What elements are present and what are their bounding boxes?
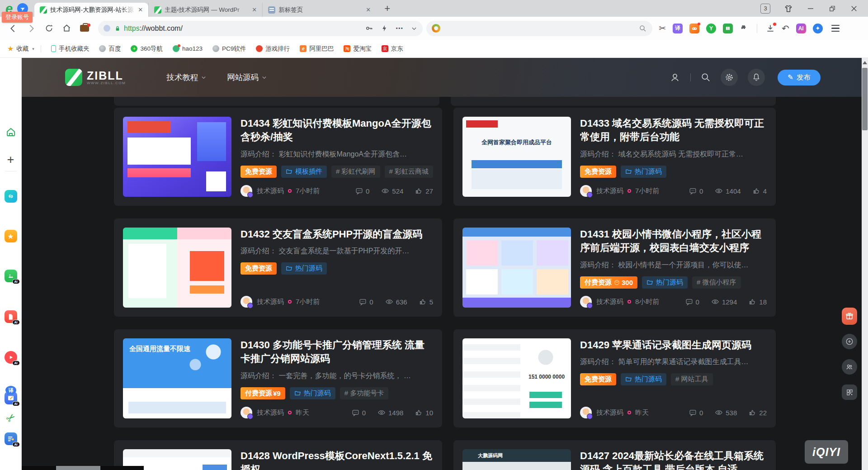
price-badge[interactable]: 免费资源 (241, 166, 277, 178)
quick-action-bolt-icon[interactable] (381, 24, 388, 32)
bookmark-item[interactable]: 手机收藏夹 (51, 45, 90, 53)
search-icon[interactable] (639, 24, 647, 33)
nav-item[interactable]: 技术教程 (166, 72, 206, 83)
category-badge[interactable]: 热门源码 (642, 276, 688, 289)
menu-icon[interactable] (831, 25, 840, 32)
post-title[interactable]: D1429 苹果通话记录截图生成网页源码 (580, 338, 767, 352)
site-search-icon[interactable] (701, 72, 711, 82)
likes-stat[interactable]: 10 (415, 409, 433, 417)
hashtag-badge[interactable]: # 彩虹云商城 (385, 166, 434, 178)
hashtag-badge[interactable]: # 多功能号卡 (340, 387, 389, 399)
downloads-icon[interactable] (766, 24, 775, 33)
bookmark-item[interactable]: 京 京东 (382, 45, 403, 53)
tab-close-icon[interactable]: ✕ (250, 6, 259, 13)
bookmark-item[interactable]: 游戏排行 (256, 45, 290, 53)
workspace-icon[interactable] (80, 25, 89, 32)
user-login-icon[interactable] (670, 72, 680, 83)
post-card[interactable]: D1432 交友盲盒系统PHP开源的盲盒源码 源码介绍： 交友盲盒系统是一款基于… (114, 218, 442, 317)
nav-item[interactable]: 网站源码 (227, 72, 267, 83)
category-badge[interactable]: 热门源码 (621, 373, 666, 385)
post-thumbnail[interactable]: 大鹏源码网 (462, 449, 571, 470)
author-name[interactable]: 技术源码 (596, 408, 623, 417)
hashtag-badge[interactable]: # 彩虹代刷网 (331, 166, 380, 178)
translate-bubble-icon[interactable]: 译 (5, 385, 17, 397)
password-key-icon[interactable] (365, 24, 373, 33)
author-avatar[interactable] (580, 296, 592, 308)
url-text[interactable]: https://wobbt.com/ (124, 24, 183, 33)
author-avatar[interactable] (241, 185, 252, 197)
price-badge[interactable]: 付费资源 ¥9 (241, 387, 285, 399)
browser-assistant-icon[interactable]: ✦ (813, 24, 823, 33)
category-badge[interactable]: 热门源码 (281, 262, 327, 275)
author-name[interactable]: 技术源码 (257, 187, 284, 195)
ai-image-icon[interactable]: AI (5, 270, 17, 282)
post-card[interactable]: 151 0000 0000 D1429 苹果通话记录截图生成网页源码 源码介绍：… (453, 329, 776, 427)
author-avatar[interactable] (580, 185, 592, 197)
undo-restore-icon[interactable]: ↶ (782, 24, 789, 33)
ai-video-icon[interactable]: AI (5, 351, 17, 364)
tab-close-icon[interactable]: ✕ (364, 6, 373, 13)
scrollbar-thumb[interactable] (862, 68, 868, 130)
category-badge[interactable]: 模板插件 (281, 166, 327, 178)
bookmarks-dropdown-caret[interactable]: ▾ (32, 47, 34, 51)
post-thumbnail[interactable] (123, 228, 231, 308)
post-thumbnail[interactable] (462, 228, 571, 308)
hashtag-badge[interactable]: # 网站工具 (671, 373, 713, 385)
home-button[interactable] (62, 24, 71, 33)
tab-count-badge[interactable]: 3 (760, 4, 770, 14)
site-logo[interactable]: ZIBLL WWW.ZIBLL.COM (65, 69, 126, 86)
author-avatar[interactable] (241, 407, 252, 418)
minimize-button[interactable] (807, 5, 815, 13)
likes-stat[interactable]: 4 (753, 187, 767, 195)
hashtag-badge[interactable]: # 微信小程序 (692, 276, 741, 289)
price-badge[interactable]: 免费资源 (580, 166, 616, 178)
bookmark-item[interactable]: PC9软件 (212, 45, 246, 53)
price-badge[interactable]: 免费资源 (580, 373, 616, 385)
reading-mode-icon[interactable] (723, 24, 733, 33)
browser-tab[interactable]: 主题‹技术源码网 — WordPr ✕ (148, 3, 262, 17)
author-name[interactable]: 技术源码 (596, 187, 623, 195)
post-card[interactable]: D1431 校园小情书微信小程序，社区小程序前后端开源，校园表白墙交友小程序 源… (453, 218, 776, 317)
home-icon[interactable] (5, 127, 16, 138)
search-box[interactable] (426, 21, 652, 36)
ai-writer-icon[interactable]: AI (5, 432, 17, 445)
more-actions-icon[interactable]: ⋯ (396, 24, 404, 33)
bookmark-item[interactable]: 淘 爱淘宝 (344, 45, 372, 53)
new-tab-button[interactable]: + (382, 2, 393, 15)
post-thumbnail[interactable]: 全国通用流量不限速 (123, 338, 231, 418)
post-thumbnail[interactable] (123, 117, 231, 197)
likes-stat[interactable]: 5 (419, 298, 433, 306)
bookmark-item[interactable]: hao123 (173, 45, 203, 52)
price-badge[interactable]: 付费资源300 (580, 276, 637, 289)
publish-button[interactable]: ✎ 发布 (778, 70, 821, 85)
restore-button[interactable] (828, 5, 836, 13)
author-name[interactable]: 技术源码 (596, 298, 623, 306)
bookmark-item[interactable]: e 阿里巴巴 (300, 45, 334, 53)
close-button[interactable] (850, 5, 858, 13)
post-card[interactable]: D1434 彩虹知识付费模板MangoA全开源包含秒杀/抽奖 源码介绍： 彩虹知… (114, 108, 442, 206)
translate-extension-icon[interactable]: 译 (673, 24, 683, 33)
post-card[interactable]: NEXT CorePress D1428 WordPress模板CoreNext… (114, 440, 442, 470)
post-title[interactable]: D1434 彩虹知识付费模板MangoA全开源包含秒杀/抽奖 (241, 117, 433, 144)
likes-stat[interactable]: 27 (415, 187, 433, 195)
game-center-icon[interactable] (689, 24, 699, 33)
add-float-button[interactable] (842, 334, 857, 349)
ai-assistant-icon[interactable]: AI (796, 24, 806, 33)
forward-button[interactable] (26, 24, 36, 33)
category-badge[interactable]: 热门源码 (290, 387, 335, 399)
author-avatar[interactable] (241, 296, 252, 308)
likes-stat[interactable]: 22 (749, 409, 767, 417)
author-avatar[interactable] (580, 407, 592, 418)
dropdown-chevron-icon[interactable] (411, 25, 417, 32)
login-account-tooltip[interactable]: 登录账号 (2, 12, 33, 23)
post-title[interactable]: D1432 交友盲盒系统PHP开源的盲盒源码 (241, 228, 433, 241)
community-float-button[interactable] (842, 359, 857, 375)
ai-pdf-icon[interactable]: AI (5, 310, 17, 323)
theme-skin-icon[interactable] (784, 4, 793, 13)
post-thumbnail[interactable]: 全网首家聚合即用成品平台 (462, 117, 571, 197)
post-title[interactable]: D1431 校园小情书微信小程序，社区小程序前后端开源，校园表白墙交友小程序 (580, 228, 767, 255)
scroll-up-arrow[interactable] (863, 61, 867, 64)
extensions-puzzle-icon[interactable] (740, 24, 748, 33)
tab-close-icon[interactable]: ✕ (136, 6, 145, 13)
author-name[interactable]: 技术源码 (257, 298, 284, 306)
